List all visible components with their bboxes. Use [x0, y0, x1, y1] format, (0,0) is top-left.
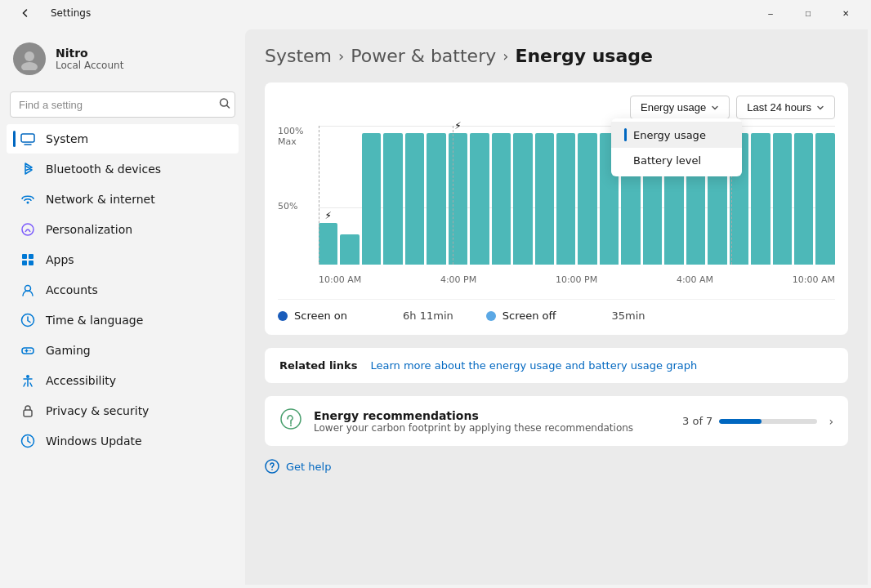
lightning-icon: ⚡ [325, 210, 332, 221]
sidebar-item-label-privacy: Privacy & security [46, 404, 149, 417]
get-help-label: Get help [286, 461, 331, 473]
breadcrumb-current: Energy usage [515, 46, 652, 66]
system-icon [20, 131, 36, 147]
bar [362, 133, 381, 265]
search-input[interactable] [10, 91, 235, 118]
sidebar-item-apps[interactable]: Apps [7, 245, 239, 274]
screen-on-value: 6h 11min [403, 310, 453, 322]
bar-wrapper [815, 126, 834, 265]
sidebar-item-network[interactable]: Network & internet [7, 185, 239, 214]
vert-line-1 [319, 126, 319, 265]
y-axis-labels: 100%Max 50% [278, 126, 319, 265]
svg-point-18 [290, 425, 292, 426]
title-bar: Settings – □ ✕ [0, 0, 871, 26]
time-range-label: Last 24 hours [747, 101, 811, 114]
bars-area: ⚡⚡⚡ [319, 126, 835, 265]
sidebar-item-accessibility[interactable]: Accessibility [7, 366, 239, 395]
user-profile[interactable]: Nitro Local Account [0, 33, 245, 91]
close-button[interactable]: ✕ [827, 0, 864, 26]
bar-wrapper [556, 126, 575, 265]
get-help[interactable]: Get help [265, 459, 848, 474]
user-name: Nitro [56, 47, 123, 60]
breadcrumb-power[interactable]: Power & battery [351, 46, 496, 66]
sidebar-item-privacy[interactable]: Privacy & security [7, 396, 239, 425]
avatar [13, 42, 46, 75]
bar [578, 133, 596, 265]
sidebar-item-label-update: Windows Update [46, 434, 142, 448]
sidebar-item-update[interactable]: Windows Update [7, 426, 239, 456]
x-axis-labels: 10:00 AM 4:00 PM 10:00 PM 4:00 AM 10:00 … [319, 270, 835, 289]
lightning-icon: ⚡ [454, 120, 461, 131]
screen-off-stat: Screen off 35min [486, 310, 645, 322]
x-label-0: 10:00 AM [319, 274, 361, 285]
personalization-icon [20, 221, 36, 238]
search-box [10, 91, 235, 118]
bar-wrapper [492, 126, 511, 265]
bar [815, 133, 834, 265]
bar [383, 133, 402, 265]
sidebar-item-system[interactable]: System [7, 124, 239, 154]
sidebar-item-personalization[interactable]: Personalization [7, 215, 239, 244]
dropdown-item-energy[interactable]: Energy usage [611, 122, 742, 148]
progress-fill [719, 419, 762, 424]
vert-line-2 [453, 126, 453, 265]
bar-wrapper [383, 126, 402, 265]
network-icon [20, 191, 36, 207]
related-link-energy[interactable]: Learn more about the energy usage and ba… [370, 359, 697, 372]
sidebar-item-accounts[interactable]: Accounts [7, 275, 239, 305]
nav-list: System Bluetooth & devices Network & int… [0, 124, 245, 456]
minimize-button[interactable]: – [752, 0, 789, 26]
sidebar-item-gaming[interactable]: Gaming [7, 336, 239, 365]
svg-point-1 [21, 62, 38, 70]
bar-wrapper [794, 126, 813, 265]
time-icon [20, 312, 36, 328]
y-label-mid: 50% [278, 201, 319, 212]
sidebar-item-bluetooth[interactable]: Bluetooth & devices [7, 154, 239, 184]
x-label-1: 4:00 PM [440, 274, 476, 285]
gaming-icon [20, 342, 36, 359]
svg-rect-6 [22, 254, 27, 259]
recommendation-progress: 3 of 7 [682, 415, 817, 427]
chart-type-menu: Energy usage Battery level [611, 118, 742, 176]
recommendation-title: Energy recommendations [314, 409, 671, 422]
time-range-dropdown[interactable]: Last 24 hours [736, 96, 835, 119]
bar-wrapper [405, 126, 424, 265]
related-links: Related links Learn more about the energ… [265, 348, 848, 383]
recommendation-card[interactable]: Energy recommendations Lower your carbon… [265, 396, 848, 446]
progress-bar [719, 419, 817, 424]
bar [405, 133, 424, 265]
svg-rect-7 [29, 254, 34, 259]
svg-rect-8 [22, 261, 27, 265]
user-info: Nitro Local Account [56, 47, 123, 71]
svg-point-14 [26, 375, 29, 378]
bar-wrapper [773, 126, 792, 265]
bar-wrapper [340, 126, 359, 265]
privacy-icon [20, 403, 36, 419]
svg-point-4 [27, 202, 29, 204]
back-button[interactable] [7, 0, 44, 26]
sidebar-item-time[interactable]: Time & language [7, 305, 239, 335]
bar [340, 234, 359, 265]
dropdown-item-battery[interactable]: Battery level [611, 148, 742, 173]
chart-controls: Energy usage Last 24 hours [278, 96, 835, 119]
accounts-icon [20, 282, 36, 298]
breadcrumb: System › Power & battery › Energy usage [265, 46, 848, 66]
bar-wrapper [535, 126, 554, 265]
sidebar-item-label-time: Time & language [46, 314, 143, 327]
sidebar-item-label-apps: Apps [46, 253, 74, 266]
related-links-label: Related links [279, 359, 357, 372]
x-label-2: 10:00 PM [556, 274, 597, 285]
recommendation-text: Energy recommendations Lower your carbon… [314, 409, 671, 434]
breadcrumb-system[interactable]: System [265, 46, 332, 66]
svg-point-13 [29, 350, 31, 352]
recommendation-icon [279, 408, 302, 434]
svg-rect-15 [24, 410, 32, 416]
y-label-top: 100%Max [278, 126, 319, 147]
chart-type-label: Energy usage [641, 101, 706, 114]
chart-type-dropdown[interactable]: Energy usage [630, 96, 730, 119]
screen-on-dot [278, 311, 288, 321]
svg-point-0 [25, 51, 34, 61]
bar [751, 133, 770, 265]
search-icon[interactable] [219, 98, 230, 112]
maximize-button[interactable]: □ [789, 0, 827, 26]
